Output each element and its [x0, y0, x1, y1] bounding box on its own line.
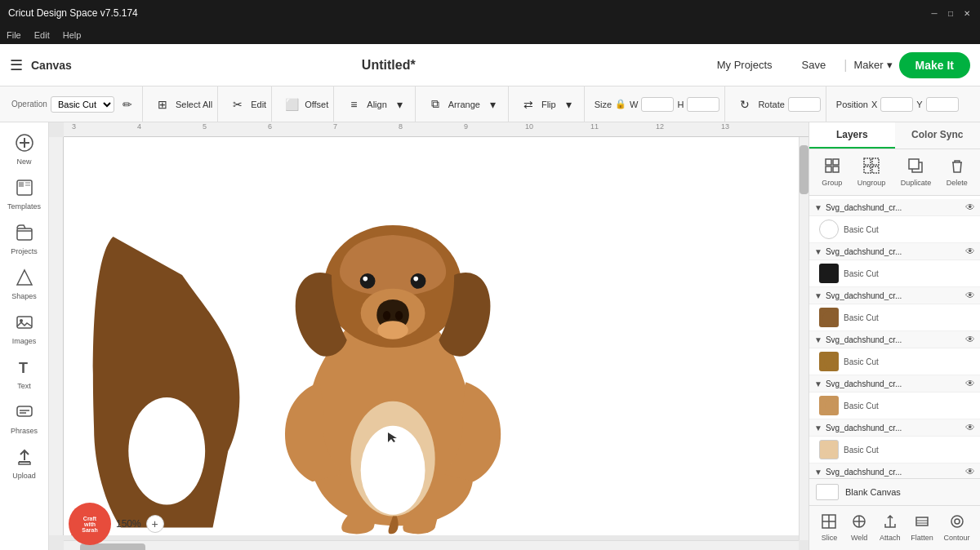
maker-selector[interactable]: Maker ▾: [853, 59, 892, 71]
edit-pen-icon[interactable]: ✏: [118, 95, 137, 114]
zoom-plus-button[interactable]: +: [146, 515, 164, 533]
flip-icon[interactable]: ⇄: [519, 95, 538, 114]
svg-rect-40: [909, 159, 919, 169]
layer-eye-1[interactable]: 👁: [965, 202, 975, 213]
slice-label: Slice: [822, 534, 838, 542]
x-input[interactable]: [880, 97, 913, 112]
layer-expand-1[interactable]: ▼: [814, 203, 822, 212]
select-all-label[interactable]: Select All: [176, 100, 212, 109]
duplicate-tool[interactable]: Duplicate: [896, 154, 937, 190]
layer-expand-4[interactable]: ▼: [814, 335, 822, 344]
width-input[interactable]: [641, 97, 674, 112]
canvas-content[interactable]: Craft with Sarah: [64, 137, 799, 535]
sidebar-item-images[interactable]: Images: [3, 308, 46, 350]
attach-button[interactable]: Attach: [875, 511, 906, 545]
align-icon[interactable]: ≡: [344, 95, 363, 114]
align-label[interactable]: Align: [367, 100, 386, 109]
slice-button[interactable]: Slice: [814, 511, 844, 545]
canvas-label: Canvas: [31, 59, 72, 72]
flip-chevron-icon[interactable]: ▾: [559, 95, 579, 114]
rotate-icon[interactable]: ↻: [735, 95, 755, 114]
sidebar-item-new[interactable]: New: [3, 129, 46, 171]
layer-item-6[interactable]: Basic Cut: [809, 437, 980, 464]
offset-icon[interactable]: ⬜: [282, 95, 301, 114]
blank-canvas-row: Blank Canvas: [809, 479, 980, 506]
my-projects-button[interactable]: My Projects: [706, 54, 784, 76]
layer-item-2[interactable]: Basic Cut: [809, 260, 980, 287]
layer-eye-2[interactable]: 👁: [965, 246, 975, 257]
layer-eye-7[interactable]: 👁: [965, 466, 975, 477]
ungroup-tool[interactable]: Ungroup: [853, 154, 891, 190]
hamburger-menu[interactable]: ☰: [10, 56, 23, 74]
minimize-button[interactable]: ─: [929, 8, 939, 18]
arrange-chevron-icon[interactable]: ▾: [483, 95, 503, 114]
edit-icon[interactable]: ✂: [228, 95, 247, 114]
lock-icon[interactable]: 🔒: [615, 99, 626, 109]
toolbar-arrange-group: ⧉ Arrange ▾: [421, 86, 509, 122]
menu-help[interactable]: Help: [63, 30, 82, 40]
canvas-area[interactable]: 3 4 5 6 7 8 9 10 11 12 13: [49, 122, 808, 550]
layer-eye-6[interactable]: 👁: [965, 422, 975, 433]
operation-select[interactable]: Basic Cut: [51, 96, 114, 113]
delete-label: Delete: [947, 179, 968, 187]
layer-group-5: ▼ Svg_dachshund_cr... 👁 Basic Cut: [809, 375, 980, 419]
layer-thumb-3: [819, 308, 839, 327]
tab-color-sync[interactable]: Color Sync: [895, 122, 981, 149]
layer-eye-4[interactable]: 👁: [965, 334, 975, 345]
make-it-button[interactable]: Make It: [899, 52, 970, 78]
flatten-button[interactable]: Flatten: [906, 511, 938, 545]
maximize-button[interactable]: □: [946, 8, 956, 18]
horizontal-scrollbar[interactable]: [64, 540, 799, 550]
sidebar-item-templates[interactable]: Templates: [3, 174, 46, 215]
layer-expand-6[interactable]: ▼: [814, 424, 822, 432]
close-button[interactable]: ✕: [962, 8, 972, 18]
menu-edit[interactable]: Edit: [34, 30, 50, 40]
layer-item-5[interactable]: Basic Cut: [809, 393, 980, 419]
operation-label: Operation: [11, 100, 47, 109]
layer-eye-5[interactable]: 👁: [965, 378, 975, 389]
layer-eye-3[interactable]: 👁: [965, 290, 975, 301]
layer-expand-3[interactable]: ▼: [814, 291, 822, 300]
projects-icon: [16, 224, 33, 246]
rotate-input[interactable]: [788, 97, 821, 112]
ungroup-label: Ungroup: [858, 179, 886, 187]
layer-name-5: Svg_dachshund_cr...: [826, 379, 962, 388]
new-icon: [16, 134, 33, 156]
title-bar-controls[interactable]: ─ □ ✕: [929, 8, 972, 18]
edit-label[interactable]: Edit: [251, 100, 266, 109]
offset-label[interactable]: Offset: [305, 100, 328, 109]
delete-tool[interactable]: Delete: [942, 154, 973, 190]
svg-point-50: [951, 516, 963, 527]
layer-expand-2[interactable]: ▼: [814, 247, 822, 256]
tab-layers[interactable]: Layers: [809, 122, 895, 149]
sidebar-item-shapes[interactable]: Shapes: [3, 264, 46, 305]
align-chevron-icon[interactable]: ▾: [390, 95, 410, 114]
layer-item-3[interactable]: Basic Cut: [809, 304, 980, 331]
svg-point-20: [383, 311, 390, 320]
sidebar-item-text[interactable]: T Text: [3, 353, 46, 395]
save-button[interactable]: Save: [791, 54, 838, 76]
height-input[interactable]: [687, 97, 719, 112]
arrange-label[interactable]: Arrange: [448, 100, 480, 109]
layer-name-6: Svg_dachshund_cr...: [826, 424, 962, 432]
layer-item-4[interactable]: Basic Cut: [809, 348, 980, 375]
layer-header-3: ▼ Svg_dachshund_cr... 👁: [809, 287, 980, 304]
flip-label[interactable]: Flip: [541, 100, 556, 109]
layer-expand-5[interactable]: ▼: [814, 379, 822, 388]
layer-item-1[interactable]: Basic Cut: [809, 216, 980, 243]
layer-expand-7[interactable]: ▼: [814, 468, 822, 477]
weld-button[interactable]: Weld: [844, 511, 874, 545]
y-input[interactable]: [926, 97, 959, 112]
sidebar-item-upload[interactable]: Upload: [3, 443, 46, 485]
menu-file[interactable]: File: [7, 30, 21, 40]
panel-toolbar: Group Ungroup: [809, 149, 980, 196]
contour-button[interactable]: Contour: [939, 511, 975, 545]
group-tool[interactable]: Group: [817, 154, 847, 190]
select-all-icon[interactable]: ⊞: [153, 95, 172, 114]
vertical-scrollbar[interactable]: [799, 137, 808, 540]
blank-canvas-thumb: [816, 484, 839, 500]
sidebar-item-phrases[interactable]: Phrases: [3, 398, 46, 440]
top-nav-right: My Projects Save | Maker ▾ Make It: [706, 52, 970, 78]
arrange-icon[interactable]: ⧉: [425, 95, 445, 114]
sidebar-item-projects[interactable]: Projects: [3, 219, 46, 260]
